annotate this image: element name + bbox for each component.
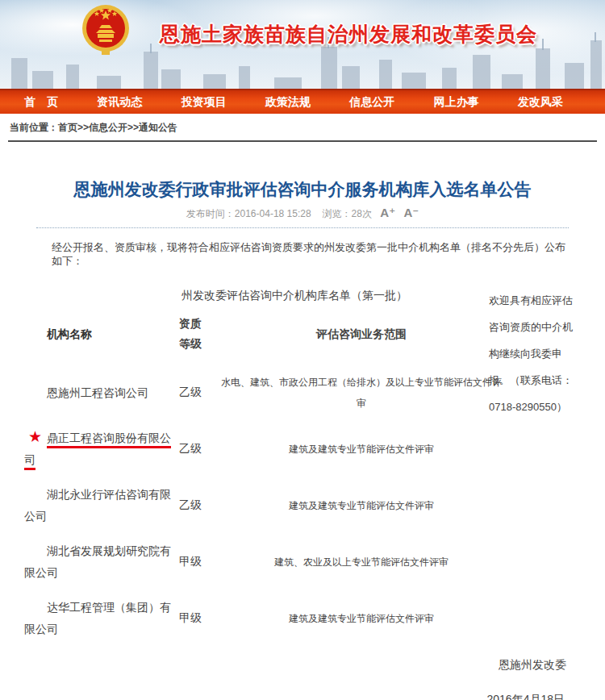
- nav-item[interactable]: 发改风采: [518, 95, 563, 110]
- scope-cell: 建筑、农业及以上专业节能评估文件评审: [219, 552, 503, 573]
- header-grade: 资质等级: [174, 314, 219, 354]
- nav-item[interactable]: 政策法规: [265, 95, 311, 110]
- grade-cell: 甲级: [174, 555, 219, 569]
- table-row: ★ 湖北省发展规划研究院有限公司 甲级 建筑、农业及以上专业节能评估文件评审: [0, 534, 605, 590]
- grade-cell: 乙级: [174, 385, 219, 400]
- signature: 恩施州发改委: [0, 658, 605, 672]
- nav-item[interactable]: 资讯动态: [97, 95, 142, 110]
- scope-cell: 建筑及建筑专业节能评估文件评审: [219, 608, 503, 629]
- site-title: 恩施土家族苗族自治州发展和改革委员会: [160, 21, 537, 48]
- nav-item[interactable]: 投资项目: [182, 95, 227, 110]
- main-nav: 首 页资讯动态投资项目政策法规信息公开网上办事发改风采: [0, 89, 605, 114]
- agency-name-cell: 恩施州工程咨询公司: [0, 382, 174, 404]
- table-row: ★ 鼎正工程咨询股份有限公司 乙级 建筑及建筑专业节能评估文件评审: [0, 421, 605, 477]
- breadcrumb-path[interactable]: 首页>>信息公开>>通知公告: [58, 122, 177, 133]
- nav-item[interactable]: 网上办事: [434, 95, 479, 110]
- scope-cell: 建筑及建筑专业节能评估文件评审: [219, 439, 503, 460]
- agency-name-cell: 鼎正工程咨询股份有限公司: [0, 427, 174, 471]
- nav-item[interactable]: 首 页: [24, 95, 58, 110]
- table-row: ★ 湖北永业行评估咨询有限公司 乙级 建筑及建筑专业节能评估文件评审: [0, 477, 605, 534]
- intro-paragraph: 经公开报名、资质审核，现将符合相应评估咨询资质要求的州发改委第一批中介机构名单（…: [52, 240, 569, 268]
- article: 恩施州发改委行政审批评估咨询中介服务机构库入选名单公告 发布时间：2016-04…: [0, 179, 605, 700]
- star-icon: ★: [28, 429, 42, 444]
- breadcrumb-label: 当前位置：: [10, 122, 58, 133]
- scope-cell: 建筑及建筑专业节能评估文件评审: [219, 495, 503, 516]
- agency-name-cell: 湖北省发展规划研究院有限公司: [0, 540, 174, 584]
- document-date: 2016年4月18日: [0, 693, 605, 700]
- font-decrease-button[interactable]: A⁻: [403, 206, 419, 219]
- font-increase-button[interactable]: A⁺: [380, 206, 395, 219]
- table-body: ★ 恩施州工程咨询公司 乙级 水电、建筑、市政公用工程（给排水）及以上专业节能评…: [0, 365, 605, 647]
- site-banner: 恩施土家族苗族自治州发展和改革委员会: [0, 0, 605, 89]
- scope-cell: 水电、建筑、市政公用工程（给排水）及以上专业节能评估文件评审: [219, 372, 503, 414]
- breadcrumb: 当前位置：首页>>信息公开>>通知公告: [0, 114, 605, 140]
- header-agency-name: 机构名称: [0, 323, 174, 345]
- view-count: 浏览：28次: [323, 208, 372, 219]
- table-row: ★ 达华工程管理（集团）有限公司 甲级 建筑及建筑专业节能评估文件评审: [0, 590, 605, 647]
- national-emblem-icon: [75, 3, 136, 56]
- article-meta: 发布时间：2016-04-18 15:28浏览：28次 A⁺ A⁻: [0, 206, 605, 220]
- table-header-row: 机构名称 资质等级 评估咨询业务范围: [0, 303, 605, 365]
- publish-time: 发布时间：2016-04-18 15:28: [186, 208, 311, 219]
- agency-table: 州发改委评估咨询中介机构库名单（第一批） 欢迎具有相应评估咨询资质的中介机构继续…: [0, 287, 605, 647]
- grade-cell: 乙级: [174, 498, 219, 513]
- table-row: ★ 恩施州工程咨询公司 乙级 水电、建筑、市政公用工程（给排水）及以上专业节能评…: [0, 365, 605, 421]
- grade-cell: 乙级: [174, 442, 219, 456]
- agency-name-cell: 达华工程管理（集团）有限公司: [0, 597, 174, 640]
- agency-name-cell: 湖北永业行评估咨询有限公司: [0, 484, 174, 527]
- dotted-divider: [36, 227, 569, 228]
- grade-cell: 甲级: [174, 611, 219, 626]
- page-title: 恩施州发改委行政审批评估咨询中介服务机构库入选名单公告: [32, 179, 573, 199]
- content-divider: [8, 140, 597, 142]
- header-scope: 评估咨询业务范围: [219, 323, 503, 344]
- nav-item[interactable]: 信息公开: [349, 95, 394, 110]
